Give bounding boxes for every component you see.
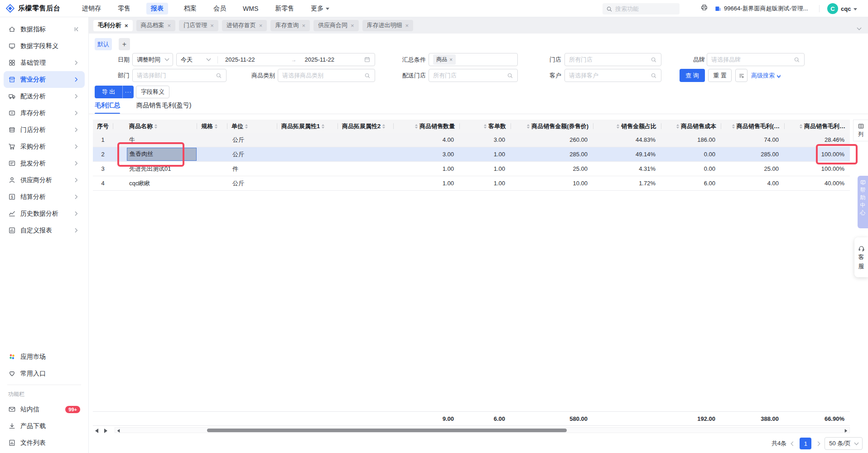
field-glossary-button[interactable]: 字段释义: [136, 86, 169, 98]
nav-wms[interactable]: WMS: [242, 3, 259, 14]
column-settings-button[interactable]: 列: [853, 120, 868, 141]
sort-icon[interactable]: [382, 124, 385, 129]
customer-service-tab[interactable]: 客服: [854, 237, 868, 277]
sidebar-item-favorites[interactable]: 常用入口: [4, 365, 85, 382]
next-page-icon[interactable]: [816, 441, 820, 446]
column-header-seq[interactable]: 序号: [93, 120, 113, 133]
sort-icon[interactable]: [245, 124, 248, 129]
sort-icon[interactable]: [415, 124, 418, 129]
sidebar-item-purchase-analysis[interactable]: 采购分析: [4, 138, 85, 155]
nav-new-retail[interactable]: 新零售: [274, 3, 295, 14]
sidebar-item-supplier-analysis[interactable]: 供应商分析: [4, 172, 85, 188]
add-preset-button[interactable]: +: [119, 38, 130, 50]
export-more-button[interactable]: ···: [123, 86, 134, 98]
customer-input[interactable]: 请选择客户: [564, 69, 661, 82]
nav-more[interactable]: 更多: [310, 3, 330, 14]
remove-tag-icon[interactable]: ×: [449, 57, 453, 63]
sort-icon[interactable]: [215, 124, 217, 129]
subtab-gross-profit-summary[interactable]: 毛利汇总: [95, 101, 120, 114]
close-tab-icon[interactable]: ×: [302, 22, 305, 29]
collapse-sidebar-icon[interactable]: [72, 25, 80, 33]
brand-input[interactable]: 请选择品牌: [707, 53, 805, 66]
global-search-input[interactable]: 搜索功能: [603, 3, 680, 14]
summary-tag[interactable]: 商品 ×: [433, 54, 456, 65]
sort-icon[interactable]: [154, 124, 157, 129]
sort-icon[interactable]: [484, 124, 487, 129]
column-header-order-count[interactable]: 客单数: [459, 120, 511, 133]
column-header-spec[interactable]: 规格: [197, 120, 227, 133]
column-header-sales-ratio[interactable]: 销售金额占比: [593, 120, 661, 133]
query-button[interactable]: 查 询: [680, 69, 705, 82]
column-header-sales-cost[interactable]: 商品销售成本: [661, 120, 721, 133]
sort-icon[interactable]: [322, 124, 324, 129]
horizontal-scrollbar[interactable]: [115, 427, 850, 433]
sort-icon[interactable]: [800, 124, 802, 129]
scrollbar-thumb[interactable]: [207, 429, 567, 432]
close-tab-icon[interactable]: ×: [125, 22, 128, 29]
user-menu[interactable]: C cqc: [827, 0, 857, 17]
column-header-ext-attr-2[interactable]: 商品拓展属性2: [338, 120, 393, 133]
selected-cell[interactable]: 鱼香肉丝: [127, 148, 197, 161]
sidebar-item-settlement-analysis[interactable]: $结算分析: [4, 188, 85, 205]
dept-input[interactable]: 请选择部门: [132, 69, 227, 82]
table-row[interactable]: 1牛公斤4.003.00260.0044.83%186.0074.0028.46…: [93, 133, 850, 147]
scroll-right-icon[interactable]: [104, 429, 107, 433]
sidebar-item-store-analysis[interactable]: 门店分析: [4, 121, 85, 138]
summary-condition-input[interactable]: 商品 ×: [429, 53, 518, 66]
page-number[interactable]: 1: [800, 438, 811, 449]
sidebar-item-inbox[interactable]: 站内信99+: [4, 401, 85, 418]
prev-page-icon[interactable]: [791, 441, 796, 446]
scrollbar-right-arrow[interactable]: [845, 429, 848, 433]
help-center-tab[interactable]: 帮助中心: [858, 176, 868, 228]
scrollbar-left-arrow[interactable]: [117, 429, 120, 433]
nav-reports[interactable]: 报表: [146, 3, 168, 14]
close-tab-icon[interactable]: ×: [351, 22, 354, 29]
tab-psi-home[interactable]: 进销存首页×: [222, 20, 267, 31]
saved-filter-button[interactable]: [735, 69, 747, 82]
column-header-ext-attr-1[interactable]: 商品拓展属性1: [277, 120, 338, 133]
delivery-store-input[interactable]: 所有门店: [429, 69, 518, 82]
nav-retail[interactable]: 零售: [117, 3, 131, 14]
sidebar-item-wholesale-analysis[interactable]: 批发分析: [4, 155, 85, 172]
tenant-switcher[interactable]: 99664-新界面商超版测试-管理...: [714, 0, 808, 17]
tab-supplier-contract[interactable]: 供应商合同×: [313, 20, 359, 31]
tab-store-management[interactable]: 门店管理×: [179, 20, 218, 31]
page-size-select[interactable]: 50 条/页: [825, 437, 863, 450]
date-mode-select[interactable]: 调整时间: [132, 53, 173, 66]
category-input[interactable]: 请选择商品类别: [278, 69, 375, 82]
subtab-product-sales-profit[interactable]: 商品销售毛利(盈亏): [136, 101, 191, 114]
sidebar-item-data-field-glossary[interactable]: 数据字段释义: [4, 38, 85, 54]
sort-icon[interactable]: [732, 124, 735, 129]
sidebar-item-basic-management[interactable]: 基础管理: [4, 54, 85, 71]
sidebar-item-product-download[interactable]: 产品下载: [4, 418, 85, 434]
tab-gross-profit-analysis[interactable]: 毛利分析×: [93, 20, 133, 31]
close-tab-icon[interactable]: ×: [168, 22, 171, 29]
export-button[interactable]: 导 出: [95, 86, 123, 98]
advanced-search-link[interactable]: 高级搜索: [751, 69, 780, 82]
date-range-picker[interactable]: 今天 2025-11-22 → 2025-11-22: [176, 53, 375, 66]
close-tab-icon[interactable]: ×: [405, 22, 409, 29]
sidebar-item-custom-report[interactable]: 自定义报表: [4, 222, 85, 239]
sort-icon[interactable]: [527, 124, 530, 129]
sidebar-item-business-analysis[interactable]: 营业分析: [4, 71, 85, 88]
scroll-left-icon[interactable]: [95, 429, 98, 433]
column-header-sales-amount[interactable]: 商品销售金额(券售价): [511, 120, 593, 133]
sidebar-item-delivery-analysis[interactable]: 配送分析: [4, 88, 85, 105]
nav-members[interactable]: 会员: [212, 3, 227, 14]
printer-icon[interactable]: [700, 4, 708, 11]
column-header-gross-profit-rate[interactable]: 商品销售毛利…: [784, 120, 850, 133]
sidebar-item-data-metrics[interactable]: 数据指标: [4, 21, 85, 38]
tab-inventory-query[interactable]: 库存查询×: [270, 20, 310, 31]
sort-icon[interactable]: [617, 124, 619, 129]
tabs-overflow-button[interactable]: [858, 23, 861, 31]
close-tab-icon[interactable]: ×: [259, 22, 263, 29]
reset-button[interactable]: 重 置: [708, 69, 732, 82]
store-input[interactable]: 所有门店: [564, 53, 661, 66]
column-header-sales-qty[interactable]: 商品销售数量: [393, 120, 459, 133]
column-header-unit[interactable]: 单位: [227, 120, 277, 133]
sort-icon[interactable]: [676, 124, 679, 129]
tab-inventory-inout-detail[interactable]: 库存进出明细×: [362, 20, 414, 31]
table-row[interactable]: 2鱼香肉丝公斤3.001.00285.0049.14%0.00285.00100…: [93, 147, 850, 162]
close-tab-icon[interactable]: ×: [210, 22, 214, 29]
sidebar-item-inventory-analysis[interactable]: 库存分析: [4, 105, 85, 121]
